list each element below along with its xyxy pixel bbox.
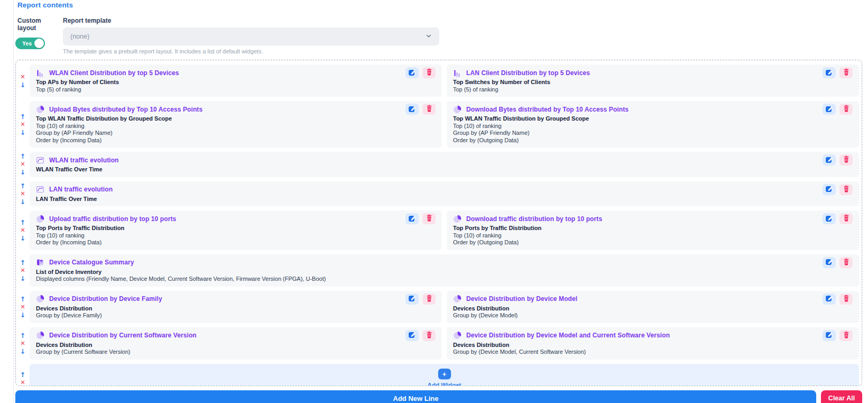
move-up-button[interactable]: ↑ [20, 371, 25, 379]
widget-actions [823, 67, 853, 78]
move-up-button[interactable]: ↑ [20, 332, 25, 340]
add-widget-label[interactable]: Add Widget [428, 382, 461, 386]
trash-icon [426, 295, 432, 304]
toggle-knob[interactable] [34, 39, 44, 48]
remove-line-button[interactable]: ✕ [20, 303, 25, 311]
widget-subtitle: Top WLAN Traffic Distribution by Grouped… [453, 115, 853, 123]
remove-line-button[interactable]: ✕ [20, 340, 25, 347]
delete-widget-button[interactable] [422, 104, 436, 115]
delete-widget-button[interactable] [422, 67, 436, 78]
widget-title-link[interactable]: Device Distribution by Device Model [466, 295, 577, 303]
edit-widget-button[interactable] [405, 294, 419, 305]
widget-subtitle: Devices Distribution [453, 305, 853, 313]
line-controls: ↑✕ [16, 364, 30, 387]
pencil-icon [825, 258, 833, 267]
remove-line-button[interactable]: ✕ [20, 226, 25, 234]
report-template-select[interactable]: (none) [63, 28, 439, 45]
toggle-value-label: Yes [22, 40, 32, 47]
pie-chart-icon [453, 331, 461, 340]
edit-widget-button[interactable] [823, 213, 836, 224]
clear-all-button[interactable]: Clear All [821, 390, 862, 403]
line-controls: ↑✕↓ [16, 152, 30, 177]
move-down-button[interactable]: ↓ [20, 274, 25, 282]
widget-actions [405, 104, 436, 115]
bar-chart-icon [453, 69, 461, 77]
edit-widget-button[interactable] [405, 330, 419, 341]
widget-card: Upload traffic distribution by top 10 po… [30, 210, 442, 250]
move-down-button[interactable]: ↓ [20, 168, 25, 176]
move-up-button[interactable]: ↑ [20, 152, 25, 160]
delete-widget-button[interactable] [422, 330, 436, 341]
edit-widget-button[interactable] [823, 184, 836, 195]
widget-title-link[interactable]: Upload Bytes distributed by Top 10 Acces… [49, 106, 202, 113]
add-widget-card[interactable]: +Add Widget [30, 364, 859, 387]
widget-card: WLAN traffic evolutionWLAN Traffic Over … [30, 152, 859, 177]
widget-title-link[interactable]: Device Distribution by Current Software … [49, 332, 197, 339]
edit-widget-button[interactable] [405, 67, 419, 78]
trash-icon [843, 68, 849, 77]
move-down-button[interactable]: ↓ [20, 234, 25, 242]
move-up-button[interactable]: ↑ [20, 182, 25, 190]
remove-line-button[interactable]: ✕ [20, 379, 25, 387]
panel-edge-divider [13, 0, 14, 403]
move-down-button[interactable]: ↓ [20, 129, 25, 136]
custom-layout-toggle[interactable]: Yes [15, 38, 45, 49]
remove-line-button[interactable]: ✕ [20, 190, 25, 198]
remove-line-button[interactable]: ✕ [20, 267, 25, 274]
pencil-icon [825, 68, 833, 78]
delete-widget-button[interactable] [839, 257, 853, 268]
move-up-button[interactable]: ↑ [20, 259, 25, 267]
delete-widget-button[interactable] [839, 294, 853, 305]
delete-widget-button[interactable] [422, 213, 436, 224]
widget-detail: Group by (Current Software Version) [36, 349, 436, 356]
trash-icon [843, 214, 849, 223]
remove-line-button[interactable]: ✕ [20, 160, 25, 168]
line-cards: Upload Bytes distributed by Top 10 Acces… [30, 101, 859, 148]
plus-icon: + [442, 370, 447, 378]
line-row: ↑✕↓Device Distribution by Device FamilyD… [16, 291, 859, 323]
edit-widget-button[interactable] [823, 154, 836, 166]
move-up-button[interactable]: ↑ [20, 113, 25, 121]
widget-title-link[interactable]: WLAN traffic evolution [49, 157, 119, 164]
widget-title-link[interactable]: Device Catalogue Summary [49, 259, 134, 266]
widget-title-link[interactable]: LAN Client Distribution by top 5 Devices [466, 69, 590, 77]
add-new-line-button[interactable]: Add New Line [15, 390, 816, 403]
edit-widget-button[interactable] [405, 213, 419, 224]
template-help-text: The template gives a prebuilt report lay… [63, 48, 439, 54]
move-down-button[interactable]: ↓ [20, 347, 25, 355]
delete-widget-button[interactable] [839, 104, 853, 115]
edit-widget-button[interactable] [823, 104, 836, 115]
line-row: ↑✕↓WLAN traffic evolutionWLAN Traffic Ov… [16, 152, 859, 177]
move-down-button[interactable]: ↓ [20, 198, 25, 206]
delete-widget-button[interactable] [839, 154, 853, 166]
edit-widget-button[interactable] [823, 257, 836, 268]
edit-widget-button[interactable] [823, 330, 836, 341]
remove-line-button[interactable]: ✕ [20, 121, 25, 129]
delete-widget-button[interactable] [839, 184, 853, 195]
delete-widget-button[interactable] [839, 330, 853, 341]
widget-title-link[interactable]: Upload traffic distribution by top 10 po… [49, 215, 176, 223]
widget-title-link[interactable]: Device Distribution by Device Family [49, 295, 162, 303]
move-up-button[interactable]: ↑ [20, 295, 25, 303]
line-chart-icon [36, 156, 44, 164]
remove-line-button[interactable]: ✕ [20, 73, 25, 81]
widget-actions [823, 257, 853, 268]
edit-widget-button[interactable] [823, 294, 836, 305]
delete-widget-button[interactable] [839, 213, 853, 224]
move-up-button[interactable]: ↑ [20, 218, 25, 226]
edit-widget-button[interactable] [823, 67, 836, 78]
widget-title-link[interactable]: Download Bytes distributed by Top 10 Acc… [466, 106, 629, 113]
widget-card-header: Device Distribution by Current Software … [36, 331, 436, 341]
widget-title-link[interactable]: Download traffic distribution by top 10 … [466, 215, 602, 223]
delete-widget-button[interactable] [422, 294, 436, 305]
trash-icon [843, 185, 849, 194]
report-lines-container: ✕↓WLAN Client Distribution by top 5 Devi… [15, 60, 862, 386]
edit-widget-button[interactable] [405, 104, 419, 115]
widget-title-link[interactable]: Device Distribution by Device Model and … [466, 332, 670, 339]
widget-title-link[interactable]: LAN traffic evolution [49, 186, 113, 193]
delete-widget-button[interactable] [839, 67, 853, 78]
move-down-button[interactable]: ↓ [20, 81, 25, 89]
add-widget-button[interactable]: + [438, 369, 451, 379]
move-down-button[interactable]: ↓ [20, 311, 25, 319]
widget-title-link[interactable]: WLAN Client Distribution by top 5 Device… [49, 69, 179, 77]
